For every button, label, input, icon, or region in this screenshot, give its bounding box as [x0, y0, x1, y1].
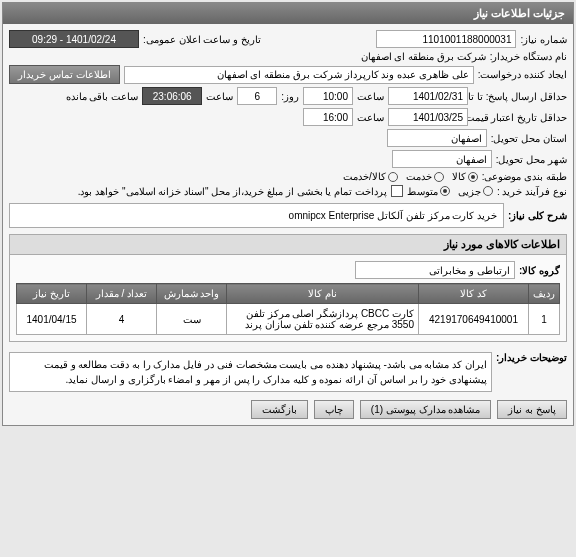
items-table: ردیف کد کالا نام کالا واحد شمارش تعداد /… [16, 283, 560, 335]
buyer-name-value: شرکت برق منطقه ای اصفهان [361, 51, 486, 62]
city-label: شهر محل تحویل: [496, 154, 567, 165]
process-radio-group: جزیی متوسط [407, 186, 493, 197]
radio-both-label: کالا/خدمت [343, 171, 386, 182]
category-radio-group: کالا خدمت کالا/خدمت [343, 171, 478, 182]
remaining-time: 23:06:06 [142, 87, 202, 105]
group-label: گروه کالا: [519, 265, 560, 276]
group-field: ارتباطی و مخابراتی [355, 261, 515, 279]
cell-date: 1401/04/15 [17, 304, 87, 335]
hour-label: ساعت [206, 91, 233, 102]
print-button[interactable]: چاپ [314, 400, 354, 419]
th-name: نام کالا [227, 284, 419, 304]
validity-label: حداقل تاریخ اعتبار قیمت: تا تاریخ: [472, 112, 567, 123]
radio-dot-icon [440, 186, 450, 196]
deadline-date: 1401/02/31 [388, 87, 468, 105]
th-date: تاریخ نیاز [17, 284, 87, 304]
details-panel: جزئیات اطلاعات نیاز شماره نیاز: 11010011… [2, 2, 574, 426]
buyer-notes-box: ایران کد مشابه می باشد- پیشنهاد دهنده می… [9, 352, 492, 392]
radio-medium-label: متوسط [407, 186, 438, 197]
radio-dot-icon [434, 172, 444, 182]
panel-title: جزئیات اطلاعات نیاز [3, 3, 573, 24]
radio-goods-label: کالا [452, 171, 466, 182]
treasury-checkbox[interactable] [391, 185, 403, 197]
buyer-notes-label: توضیحات خریدار: [496, 348, 567, 363]
radio-dot-icon [483, 186, 493, 196]
radio-medium[interactable]: متوسط [407, 186, 450, 197]
radio-small-label: جزیی [458, 186, 481, 197]
radio-dot-icon [468, 172, 478, 182]
cell-code: 4219170649410001 [419, 304, 529, 335]
th-unit: واحد شمارش [157, 284, 227, 304]
validity-time-label: ساعت [357, 112, 384, 123]
th-qty: تعداد / مقدار [87, 284, 157, 304]
remaining-label: ساعت باقی مانده [66, 91, 139, 102]
cell-unit: ست [157, 304, 227, 335]
reply-button[interactable]: پاسخ به نیاز [497, 400, 567, 419]
city-field: اصفهان [392, 150, 492, 168]
validity-date: 1401/03/25 [388, 108, 468, 126]
requester-label: ایجاد کننده درخواست: [478, 69, 567, 80]
radio-goods[interactable]: کالا [452, 171, 478, 182]
day-label: روز: [281, 91, 299, 102]
th-code: کد کالا [419, 284, 529, 304]
validity-time: 16:00 [303, 108, 353, 126]
need-number-field: 1101001188000031 [376, 30, 516, 48]
announce-label: تاریخ و ساعت اعلان عمومی: [143, 34, 261, 45]
radio-service-label: خدمت [406, 171, 432, 182]
table-row: 1 4219170649410001 کارت CBCC پردازشگر اص… [17, 304, 560, 335]
announce-value: 1401/02/24 - 09:29 [9, 30, 139, 48]
th-idx: ردیف [529, 284, 560, 304]
radio-dot-icon [388, 172, 398, 182]
need-number-label: شماره نیاز: [520, 34, 567, 45]
province-field: اصفهان [387, 129, 487, 147]
desc-label: شرح کلی نیاز: [508, 210, 567, 221]
radio-service[interactable]: خدمت [406, 171, 444, 182]
contact-buyer-button[interactable]: اطلاعات تماس خریدار [9, 65, 120, 84]
requester-field: علی ظاهری عبده وند کارپرداز شرکت برق منط… [124, 66, 474, 84]
attachments-button[interactable]: مشاهده مدارک پیوستی (1) [360, 400, 492, 419]
province-label: استان محل تحویل: [491, 133, 567, 144]
form-body: شماره نیاز: 1101001188000031 تاریخ و ساع… [3, 24, 573, 425]
cell-qty: 4 [87, 304, 157, 335]
desc-field: خرید کارت مرکز تلفن آلکاتل omnipcx Enter… [9, 203, 504, 228]
back-button[interactable]: بازگشت [251, 400, 308, 419]
cell-name: کارت CBCC پردازشگر اصلی مرکز تلفن 3550 م… [227, 304, 419, 335]
deadline-time: 10:00 [303, 87, 353, 105]
radio-small[interactable]: جزیی [458, 186, 493, 197]
deadline-time-label: ساعت [357, 91, 384, 102]
table-header-row: ردیف کد کالا نام کالا واحد شمارش تعداد /… [17, 284, 560, 304]
process-note: پرداخت تمام یا بخشی از مبلغ خرید،از محل … [78, 186, 387, 197]
footer-buttons: پاسخ به نیاز مشاهده مدارک پیوستی (1) چاپ… [9, 400, 567, 419]
cell-idx: 1 [529, 304, 560, 335]
radio-both[interactable]: کالا/خدمت [343, 171, 398, 182]
process-label: نوع فرآیند خرید : [497, 186, 567, 197]
day-value: 6 [237, 87, 277, 105]
items-panel-title: اطلاعات کالاهای مورد نیاز [10, 235, 566, 255]
deadline-label: حداقل ارسال پاسخ: تا تاریخ: [472, 91, 567, 102]
items-panel: اطلاعات کالاهای مورد نیاز گروه کالا: ارت… [9, 234, 567, 342]
category-label: طبقه بندی موضوعی: [482, 171, 567, 182]
buyer-name-label: نام دستگاه خریدار: [490, 51, 567, 62]
